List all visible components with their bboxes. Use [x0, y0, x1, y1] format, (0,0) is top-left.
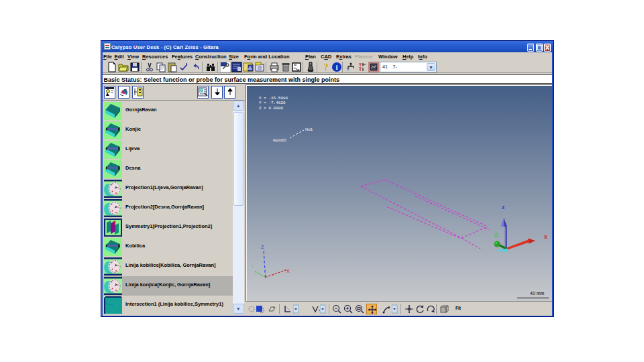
svg-text:T: T [347, 68, 350, 72]
svg-text:X: X [544, 235, 547, 239]
svg-text:Nsl1: Nsl1 [305, 127, 313, 131]
svg-text:40 mm: 40 mm [530, 291, 545, 296]
svg-text:X = -15.5884: X = -15.5884 [259, 96, 288, 101]
svg-text:X: X [286, 269, 290, 274]
svg-text:Ispod02: Ispod02 [273, 138, 286, 142]
svg-text:?: ? [324, 62, 329, 72]
svg-text:Y = -7.4820: Y = -7.4820 [259, 101, 286, 105]
svg-text:i: i [335, 63, 337, 71]
svg-text:Z: Z [502, 205, 505, 210]
svg-text:Z = 0.0000: Z = 0.0000 [259, 106, 283, 111]
svg-text:Z: Z [261, 245, 264, 249]
svg-text:Y: Y [251, 265, 254, 269]
